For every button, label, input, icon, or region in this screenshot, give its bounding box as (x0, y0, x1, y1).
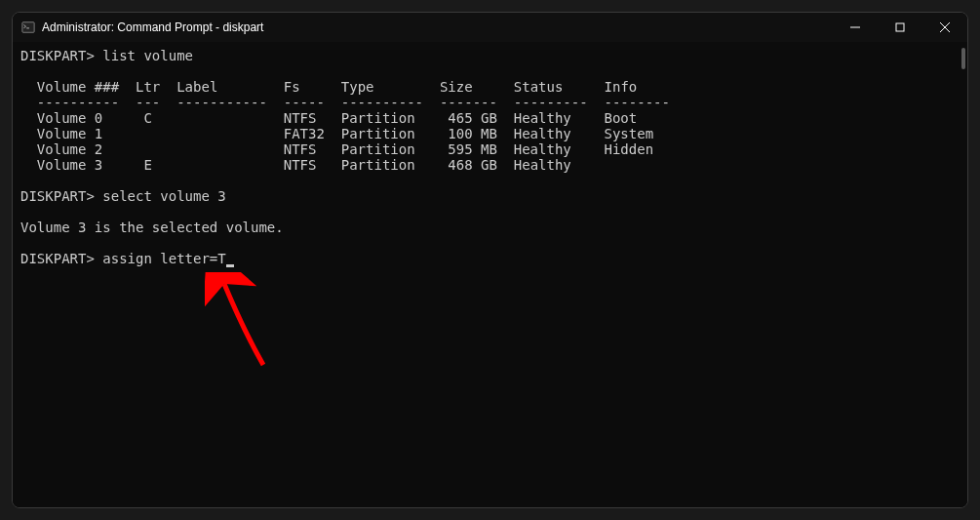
prompt: DISKPART> (20, 251, 95, 266)
maximize-icon (895, 22, 905, 32)
table-header-row: Volume ### Ltr Label Fs Type Size Status… (20, 79, 960, 95)
text-cursor (226, 264, 234, 267)
close-button[interactable] (922, 13, 967, 42)
window-controls (833, 13, 967, 42)
svg-rect-3 (896, 23, 904, 31)
prompt: DISKPART> (20, 48, 95, 63)
close-icon (939, 21, 951, 33)
table-row: Volume 0 C NTFS Partition 465 GB Healthy… (20, 110, 960, 126)
command-prompt-window: Administrator: Command Prompt - diskpart… (12, 12, 968, 508)
maximize-button[interactable] (878, 13, 922, 42)
svg-rect-0 (22, 22, 34, 33)
cmd-icon (20, 20, 36, 35)
terminal-output[interactable]: DISKPART> list volume Volume ### Ltr Lab… (13, 42, 967, 507)
table-row: Volume 3 E NTFS Partition 468 GB Healthy (20, 157, 960, 173)
minimize-button[interactable] (833, 13, 878, 42)
prompt: DISKPART> (20, 188, 95, 204)
titlebar[interactable]: Administrator: Command Prompt - diskpart (13, 13, 967, 42)
window-title: Administrator: Command Prompt - diskpart (42, 20, 833, 34)
scrollbar-thumb[interactable] (961, 48, 965, 69)
command-input: assign letter=T (102, 251, 225, 266)
table-row: Volume 2 NTFS Partition 595 MB Healthy H… (20, 141, 960, 157)
table-row: Volume 1 FAT32 Partition 100 MB Healthy … (20, 126, 960, 141)
minimize-icon (850, 22, 860, 32)
command-input: list volume (102, 48, 193, 63)
command-response: Volume 3 is the selected volume. (20, 220, 960, 235)
command-input: select volume 3 (102, 188, 225, 204)
table-separator-row: ---------- --- ----------- ----- -------… (20, 95, 960, 110)
scrollbar[interactable] (960, 48, 965, 501)
